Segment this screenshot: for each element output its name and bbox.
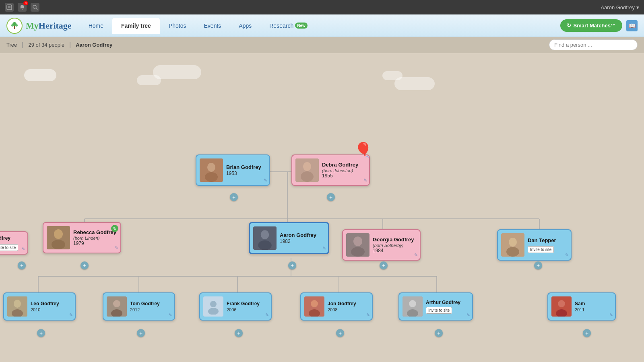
logo-area[interactable]: MyHeritage [6, 18, 72, 34]
sam-add-btn[interactable]: + [583, 329, 591, 337]
person-card-arthur[interactable]: Arthur Godfrey Invite to site ✎ [398, 292, 473, 321]
person-card-sam[interactable]: Sam 2011 ✎ [547, 292, 616, 321]
left-partial-edit[interactable]: ✎ [22, 247, 25, 252]
georgia-birth-name: (born Sotherby) [373, 243, 417, 248]
rebecca-photo [47, 226, 70, 249]
tom-edit-icon[interactable]: ✎ [169, 313, 172, 318]
aaron-year: 1982 [280, 239, 325, 244]
aaron-edit-icon[interactable]: ✎ [322, 246, 326, 251]
arthur-name: Arthur Godfrey [426, 300, 469, 306]
person-card-aaron[interactable]: Aaron Godfrey 1982 ✎ [249, 222, 329, 254]
breadcrumb-person: Aaron Godfrey [76, 42, 112, 48]
left-partial-add-btn[interactable]: + [18, 261, 26, 269]
georgia-year: 1984 [373, 248, 417, 253]
breadcrumb-sep1: | [22, 41, 23, 49]
rebecca-sync-icon: ↻ [111, 225, 118, 232]
person-card-brian[interactable]: Brian Godfrey 1953 ✎ [196, 154, 270, 186]
rebecca-year: 1979 [73, 241, 117, 246]
aaron-add-btn[interactable]: + [288, 261, 296, 269]
rebecca-birth-name: (born Linden) [73, 236, 117, 241]
debra-year: 1955 [322, 173, 366, 179]
header-right: ↻ Smart Matches™ 📖 [560, 19, 638, 32]
logo-text: MyHeritage [26, 21, 72, 31]
dan-add-btn[interactable]: + [534, 261, 542, 269]
frank-edit-icon[interactable]: ✎ [265, 313, 269, 318]
svg-point-43 [14, 300, 21, 308]
sam-year: 2011 [575, 307, 612, 312]
brian-year: 1953 [226, 171, 266, 176]
brian-info: Brian Godfrey 1953 [226, 164, 266, 177]
person-card-dan[interactable]: Dan Tepper Invite to site ✎ [497, 229, 572, 261]
svg-point-32 [52, 240, 65, 249]
tab-events[interactable]: Events [195, 18, 230, 34]
tab-home[interactable]: Home [80, 18, 112, 34]
search-browser-icon[interactable] [31, 3, 39, 12]
person-card-left-partial[interactable]: Godfrey Invite to site ✎ [0, 231, 28, 255]
debra-edit-icon[interactable]: ✎ [363, 178, 367, 183]
svg-rect-0 [7, 5, 12, 10]
georgia-add-btn[interactable]: + [380, 261, 388, 269]
svg-point-3 [22, 9, 23, 10]
debra-info: Debra Godfrey (born Johnston) 1955 [322, 162, 366, 179]
arthur-add-btn[interactable]: + [435, 329, 443, 337]
tom-add-btn[interactable]: + [137, 329, 145, 337]
person-card-jon[interactable]: Jon Godfrey 2008 ✎ [300, 292, 373, 321]
arthur-invite-btn[interactable]: Invite to site [426, 307, 452, 314]
jon-edit-icon[interactable]: ✎ [366, 313, 370, 318]
person-card-georgia[interactable]: Georgia Godfrey (born Sotherby) 1984 ✎ [342, 229, 421, 261]
svg-point-41 [506, 247, 519, 257]
tab-apps[interactable]: Apps [230, 18, 260, 34]
birthday-balloon: 🎈 [354, 142, 372, 158]
rebecca-add-btn[interactable]: + [80, 261, 89, 269]
jon-add-btn[interactable]: + [336, 329, 344, 337]
person-card-leo[interactable]: Leo Godfrey 2010 ✎ [3, 292, 76, 321]
georgia-edit-icon[interactable]: ✎ [414, 253, 418, 258]
left-invite-btn[interactable]: Invite to site [0, 244, 18, 251]
sam-info: Sam 2011 [575, 301, 612, 312]
leo-edit-icon[interactable]: ✎ [69, 313, 73, 318]
dan-edit-icon[interactable]: ✎ [565, 253, 569, 258]
tab-research[interactable]: Research New [260, 18, 316, 34]
aaron-photo [253, 226, 277, 250]
svg-point-9 [15, 24, 18, 27]
browser-bar-right: Aaron Godfrey ▾ [601, 4, 639, 10]
brian-edit-icon[interactable]: ✎ [264, 178, 267, 183]
svg-point-48 [210, 301, 217, 307]
find-person-input[interactable] [549, 39, 638, 50]
dropdown-arrow: ▾ [636, 4, 639, 10]
sam-edit-icon[interactable]: ✎ [609, 313, 613, 318]
logo-tree-icon [6, 18, 23, 34]
tom-photo [107, 296, 127, 317]
arthur-edit-icon[interactable]: ✎ [466, 313, 470, 318]
arthur-info: Arthur Godfrey Invite to site [426, 300, 469, 313]
person-card-rebecca[interactable]: Rebecca Godfrey (born Linden) 1979 ↻ ✎ [43, 222, 121, 253]
smart-matches-button[interactable]: ↻ Smart Matches™ [560, 19, 622, 32]
svg-point-34 [261, 230, 269, 239]
tom-name: Tom Godfrey [130, 301, 171, 307]
dan-invite-btn[interactable]: Invite to site [528, 246, 554, 253]
georgia-photo [346, 233, 369, 257]
debra-birth-name: (born Johnston) [322, 168, 366, 173]
jon-year: 2008 [328, 307, 369, 312]
brian-name: Brian Godfrey [226, 164, 266, 171]
svg-point-54 [409, 300, 416, 307]
arthur-photo [402, 296, 423, 317]
notifications-icon[interactable]: 4 [18, 3, 27, 12]
svg-point-8 [11, 24, 14, 27]
page-icon [5, 3, 14, 12]
tom-year: 2012 [130, 307, 171, 312]
svg-point-40 [509, 238, 517, 247]
person-card-debra[interactable]: Debra Godfrey (born Johnston) 1955 ✎ [291, 154, 370, 186]
tab-photos[interactable]: Photos [160, 18, 195, 34]
rebecca-edit-icon[interactable]: ✎ [115, 245, 118, 251]
sam-name: Sam [575, 301, 612, 307]
person-card-tom[interactable]: Tom Godfrey 2012 ✎ [103, 292, 175, 321]
person-card-frank[interactable]: Frank Godfrey 2006 ✎ [199, 292, 272, 321]
debra-add-btn[interactable]: + [327, 193, 335, 201]
leo-add-btn[interactable]: + [37, 329, 45, 337]
user-dropdown[interactable]: Aaron Godfrey ▾ [601, 4, 639, 10]
frank-add-btn[interactable]: + [235, 329, 243, 337]
tab-family-tree[interactable]: Family tree [112, 18, 160, 34]
book-icon[interactable]: 📖 [626, 20, 638, 31]
brian-add-btn[interactable]: + [230, 193, 238, 201]
